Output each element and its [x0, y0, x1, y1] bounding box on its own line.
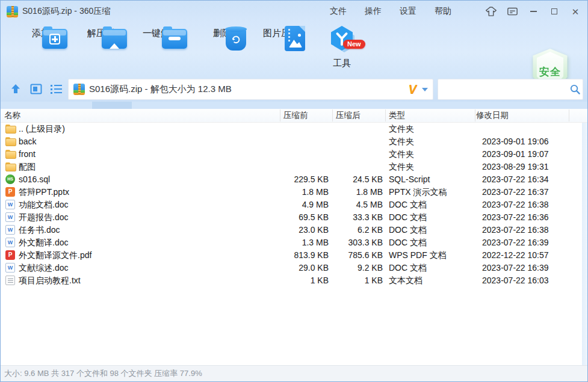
feedback-icon[interactable] [504, 4, 521, 19]
skin-theme-icon[interactable] [483, 4, 500, 19]
file-icon [5, 137, 15, 146]
window-chrome: S016源码.zip - 360压缩 文件 操作 设置 帮助 ✕ [1, 1, 587, 109]
file-icon [5, 200, 15, 209]
table-row[interactable]: 文献综述.doc 29.0 KB 9.2 KB DOC 文档 2023-07-2… [1, 262, 587, 274]
table-row[interactable]: .. (上级目录) 文件夹 [1, 123, 587, 135]
search-input[interactable] [438, 79, 567, 99]
file-size-after: 33.3 KB [311, 211, 383, 224]
safe-label: 安全 [539, 65, 561, 79]
tools-button[interactable]: New 工具 [314, 25, 370, 69]
menu-settings[interactable]: 设置 [391, 6, 426, 17]
maximize-button[interactable] [546, 4, 563, 19]
minimize-button[interactable] [525, 4, 542, 19]
delete-button[interactable]: 删除 [194, 25, 250, 39]
extract-to-button[interactable]: 解压到 [73, 25, 128, 39]
file-type: DOC 文档 [389, 236, 427, 249]
file-size-after: 1 KB [311, 274, 383, 287]
file-date: 2023-07-22 16:38 [482, 224, 549, 236]
table-row[interactable]: 功能文档.doc 4.9 MB 4.5 MB DOC 文档 2023-07-22… [1, 199, 587, 211]
file-name: 配图 [19, 161, 36, 173]
tools-cube-icon: New [328, 44, 356, 54]
table-row[interactable]: 开题报告.doc 69.5 KB 33.3 KB DOC 文档 2023-07-… [1, 211, 587, 224]
file-date: 2023-07-22 16:37 [482, 186, 549, 199]
file-list: 名称 压缩前 压缩后 类型 修改日期 .. (上级目录) 文件夹 back 文件… [1, 109, 587, 365]
toolbar: 添加 解压到 一键解压 [1, 23, 587, 75]
file-size-after: 303.3 KB [311, 236, 383, 249]
file-size-after: 785.6 KB [311, 249, 383, 262]
address-bar[interactable]: S016源码.zip - 解包大小为 12.3 MB V [68, 79, 433, 100]
tools-label: 工具 [314, 58, 370, 69]
file-name: 外文翻译.doc [19, 236, 68, 249]
column-name[interactable]: 名称 [4, 109, 20, 122]
title-group: S016源码.zip - 360压缩 [7, 1, 110, 22]
vertical-scrollbar[interactable] [582, 123, 587, 365]
titlebar-controls: ✕ [483, 1, 584, 22]
table-row[interactable]: s016.sql 229.5 KB 24.5 KB SQL-Script 202… [1, 173, 587, 186]
file-date: 2022-12-22 10:57 [482, 249, 549, 262]
file-name: back [19, 135, 37, 148]
column-date[interactable]: 修改日期 [476, 109, 509, 122]
horizontal-scrollbar[interactable] [1, 102, 587, 109]
search-icon[interactable] [567, 82, 583, 97]
file-icon [5, 149, 15, 159]
file-date: 2023-07-22 16:38 [482, 199, 549, 211]
file-date: 2023-08-29 19:31 [482, 161, 549, 173]
menu-help[interactable]: 帮助 [426, 6, 460, 17]
file-date: 2023-07-22 16:03 [482, 274, 549, 287]
table-row[interactable]: 外文翻译源文件.pdf 813.9 KB 785.6 KB WPS PDF 文档… [1, 249, 587, 262]
menu-file[interactable]: 文件 [321, 6, 356, 17]
file-name: 项目启动教程.txt [19, 274, 81, 287]
file-size-after: 6.2 KB [311, 224, 383, 236]
table-row[interactable]: 配图 文件夹 2023-08-29 19:31 [1, 161, 587, 173]
file-rows: .. (上级目录) 文件夹 back 文件夹 2023-09-01 19:06 … [1, 123, 587, 287]
file-icon [5, 187, 15, 197]
column-size-before[interactable]: 压缩前 [283, 109, 308, 122]
file-icon [5, 250, 15, 260]
window-title: S016源码.zip - 360压缩 [22, 6, 110, 17]
archive-path: S016源码.zip - 解包大小为 12.3 MB [89, 84, 409, 95]
file-type: 文本文档 [389, 274, 422, 287]
file-name: 功能文档.doc [19, 199, 68, 211]
file-name: 答辩PPT.pptx [19, 186, 69, 199]
table-row[interactable]: 外文翻译.doc 1.3 MB 303.3 KB DOC 文档 2023-07-… [1, 236, 587, 249]
file-date: 2023-07-22 16:39 [482, 236, 549, 249]
file-type: 文件夹 [389, 161, 414, 173]
up-directory-icon[interactable] [8, 81, 23, 97]
file-icon [5, 174, 15, 184]
file-icon [5, 276, 15, 285]
file-size-after: 9.2 KB [311, 262, 383, 274]
horizontal-scrollbar-thumb[interactable] [92, 102, 132, 109]
vip-v-icon[interactable]: V [409, 82, 416, 96]
file-type: DOC 文档 [389, 262, 427, 274]
close-button[interactable]: ✕ [567, 4, 584, 19]
view-mode-icon[interactable] [28, 81, 44, 97]
app-window: S016源码.zip - 360压缩 文件 操作 设置 帮助 ✕ [0, 0, 588, 382]
file-size-after: 1.8 MB [311, 186, 383, 199]
table-row[interactable]: 答辩PPT.pptx 1.8 MB 1.8 MB PPTX 演示文稿 2023-… [1, 186, 587, 199]
file-type: 文件夹 [389, 135, 414, 148]
zip-file-icon [7, 6, 18, 17]
menu-actions[interactable]: 操作 [356, 6, 391, 17]
one-click-extract-button[interactable]: 一键解压 [133, 25, 188, 39]
file-icon [5, 225, 15, 235]
file-name: .. (上级目录) [19, 123, 65, 135]
file-name: 文献综述.doc [19, 262, 68, 274]
table-row[interactable]: front 文件夹 2023-09-01 19:07 [1, 148, 587, 161]
archive-icon [73, 84, 85, 95]
file-icon [5, 238, 15, 247]
chevron-down-icon[interactable] [422, 88, 428, 91]
add-button[interactable]: 添加 [13, 25, 69, 39]
file-name: 外文翻译源文件.pdf [19, 249, 91, 262]
file-type: 文件夹 [389, 148, 414, 161]
image-compress-button[interactable]: 图片压缩 [253, 25, 309, 39]
column-size-after[interactable]: 压缩后 [336, 109, 361, 122]
file-type: SQL-Script [389, 173, 430, 186]
file-type: DOC 文档 [389, 211, 427, 224]
table-row[interactable]: back 文件夹 2023-09-01 19:06 [1, 135, 587, 148]
table-row[interactable]: 项目启动教程.txt 1 KB 1 KB 文本文档 2023-07-22 16:… [1, 274, 587, 287]
table-row[interactable]: 任务书.doc 23.0 KB 6.2 KB DOC 文档 2023-07-22… [1, 224, 587, 236]
list-view-icon[interactable] [49, 81, 64, 97]
file-icon [5, 263, 15, 273]
file-name: front [19, 148, 36, 161]
column-type[interactable]: 类型 [389, 109, 405, 122]
